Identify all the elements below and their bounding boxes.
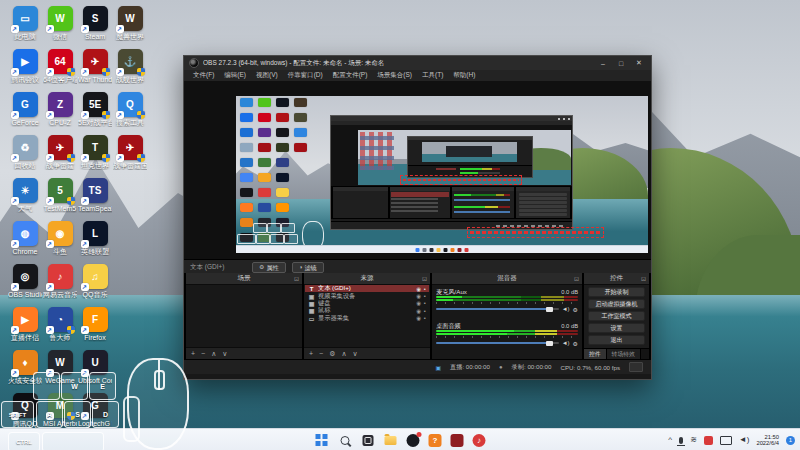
sources-toolbar-button[interactable]: ∨	[353, 350, 358, 358]
lock-icon[interactable]: ▪	[424, 293, 426, 299]
sources-dock-header[interactable]: 来源 ⊡	[304, 273, 430, 285]
control-button-1[interactable]: 开始录制	[588, 287, 645, 298]
lock-icon[interactable]: ▪	[424, 300, 426, 306]
desktop-icon-qq-music[interactable]: ♫↗QQ音乐	[78, 264, 112, 299]
scenes-toolbar-button[interactable]: +	[191, 350, 195, 357]
lock-icon[interactable]: ▪	[424, 315, 426, 321]
desktop-icon-netease-music[interactable]: ♪↗网易云音乐	[43, 264, 77, 299]
tray-app-icon[interactable]: ≋	[690, 435, 697, 445]
desktop-icon-five-e[interactable]: 5E↗5E对战平台	[78, 92, 112, 127]
menu-item-1[interactable]: 编辑(E)	[219, 71, 251, 80]
control-button-3[interactable]: 工作室模式	[588, 311, 645, 322]
control-button-2[interactable]: 启动虚拟摄像机	[588, 299, 645, 310]
start-button[interactable]	[315, 433, 329, 447]
visibility-eye-icon[interactable]: ◉	[416, 315, 421, 321]
desktop-icon-qq[interactable]: Q↗腾讯QQ	[8, 393, 42, 428]
desktop-icon-douyu[interactable]: ◉↗斗鱼	[43, 221, 77, 256]
visibility-eye-icon[interactable]: ◉	[416, 293, 421, 299]
desktop-icon-msi-afterburner[interactable]: M↗MSI Afterburner	[43, 393, 77, 428]
desktop-icon-warcraft[interactable]: W↗魔兽世界	[113, 6, 147, 41]
close-button[interactable]: ✕	[632, 59, 646, 67]
desktop-icon-ubisoft-connect[interactable]: U↗Ubisoft Connect	[78, 350, 112, 385]
channel-gear-icon[interactable]: ⚙	[573, 340, 578, 347]
controls-dock-header[interactable]: 控件 ⊡	[584, 273, 649, 285]
desktop-icon-chrome[interactable]: ◍↗Chrome	[8, 221, 42, 256]
desktop-icon-weather[interactable]: ☀↗天气	[8, 178, 42, 213]
desktop-icon-wegame[interactable]: W↗WeGame	[43, 350, 77, 385]
desktop-icon-war-thunder-launcher[interactable]: ✈↗War Thunder	[78, 49, 112, 84]
clock[interactable]: 21:50 2022/6/4	[756, 434, 779, 447]
microphone-icon[interactable]	[679, 437, 683, 444]
search-icon[interactable]	[338, 433, 352, 447]
desktop-icon-geforce[interactable]: G↗GeForce	[8, 92, 42, 127]
visibility-eye-icon[interactable]: ◉	[416, 308, 421, 314]
obs-titlebar[interactable]: OBS 27.2.3 (64-bit, windows) - 配置文件: 未命名…	[184, 56, 651, 70]
menu-item-7[interactable]: 帮助(H)	[448, 71, 480, 80]
volume-slider[interactable]	[436, 308, 559, 310]
volume-icon[interactable]: ◄)	[739, 435, 750, 445]
dock-tab-0[interactable]: 控件	[584, 349, 607, 359]
menu-item-6[interactable]: 工具(T)	[417, 71, 448, 80]
text-source-selection[interactable]	[467, 227, 604, 238]
netease-tray-icon[interactable]	[704, 436, 713, 445]
scenes-toolbar-button[interactable]: −	[201, 350, 205, 357]
maximize-button[interactable]: □	[614, 60, 628, 67]
dock-tab-1[interactable]: 转场特效	[607, 349, 641, 359]
desktop-icon-player-64[interactable]: 64↗64位客户端	[43, 49, 77, 84]
volume-slider[interactable]	[436, 342, 559, 344]
sources-toolbar-button[interactable]: ∧	[341, 350, 346, 358]
lock-icon[interactable]: ▪	[424, 286, 426, 292]
app-war-thunder[interactable]	[451, 434, 464, 447]
desktop-icon-steam[interactable]: S↗Steam	[78, 6, 112, 41]
scenes-dock-header[interactable]: 场景 ⊡	[186, 273, 302, 285]
menu-item-5[interactable]: 场景集合(S)	[372, 71, 417, 80]
sources-toolbar-button[interactable]: ⚙	[329, 350, 335, 358]
sources-toolbar-button[interactable]: −	[319, 350, 323, 357]
source-row-4[interactable]: ▭显示器采集◉▪	[305, 315, 429, 322]
desktop-icon-live-helper[interactable]: ▶↗直播伴侣	[8, 307, 42, 342]
desktop-icon-search-tool[interactable]: Q↗搜索工具	[113, 92, 147, 127]
desktop-icon-recycle-bin[interactable]: ♻↗回收站	[8, 135, 42, 170]
filters-button[interactable]: ◑ 滤镜	[292, 262, 324, 273]
control-button-5[interactable]: 退出	[588, 335, 645, 346]
scenes-toolbar-button[interactable]: ∨	[222, 350, 227, 358]
desktop-icon-ludashi[interactable]: ◔↗鲁大师	[43, 307, 77, 342]
desktop-icon-teamspeak[interactable]: TS↗TeamSpeak	[78, 178, 112, 213]
visibility-eye-icon[interactable]: ◉	[416, 300, 421, 306]
display-tray-icon[interactable]	[720, 436, 732, 445]
lock-icon[interactable]: ▪	[424, 308, 426, 314]
desktop-icon-huorong[interactable]: ♦↗火绒安全软件	[8, 350, 42, 385]
mixer-dock-header[interactable]: 混音器 ⊡	[432, 273, 582, 285]
properties-button[interactable]: ⚙ 属性	[252, 262, 286, 273]
menu-item-0[interactable]: 文件(F)	[188, 71, 219, 80]
desktop-icon-war-thunder[interactable]: ✈↗战争雷霆	[43, 135, 77, 170]
speaker-icon[interactable]: ◄)	[562, 340, 570, 346]
desktop-icon-lol[interactable]: L↗英雄联盟	[78, 221, 112, 256]
menu-item-3[interactable]: 停靠窗口(D)	[283, 71, 328, 80]
desktop-icon-war-thunder-cn[interactable]: ✈↗战争雷霆国服	[113, 135, 147, 170]
task-view-icon[interactable]	[361, 433, 375, 447]
notification-badge[interactable]: 1	[786, 436, 795, 445]
control-button-4[interactable]: 设置	[588, 323, 645, 334]
file-explorer-icon[interactable]	[384, 433, 398, 447]
app-qq[interactable]	[407, 434, 420, 447]
desktop-icon-tanks[interactable]: T↗坦克世界	[78, 135, 112, 170]
minimize-button[interactable]: –	[596, 60, 610, 67]
obs-window[interactable]: OBS 27.2.3 (64-bit, windows) - 配置文件: 未命名…	[183, 55, 652, 380]
desktop-icon-cpu-z[interactable]: Z↗CPU-Z	[43, 92, 77, 127]
desktop-icon-warships[interactable]: ⚓↗战舰世界	[113, 49, 147, 84]
menu-item-2[interactable]: 视图(V)	[251, 71, 283, 80]
speaker-icon[interactable]: ◄)	[562, 306, 570, 312]
app-game-help[interactable]: ?	[429, 434, 442, 447]
menu-item-4[interactable]: 配置文件(P)	[328, 71, 373, 80]
obs-preview-canvas[interactable]	[184, 81, 651, 259]
visibility-eye-icon[interactable]: ◉	[416, 286, 421, 292]
desktop-icon-voov-meeting[interactable]: ▶↗腾讯会议	[8, 49, 42, 84]
tray-expand-icon[interactable]: ^	[668, 435, 672, 445]
desktop-icon-wechat[interactable]: W↗微信	[43, 6, 77, 41]
desktop-icon-testmem5[interactable]: 5↗TestMem5	[43, 178, 77, 213]
scenes-toolbar-button[interactable]: ∧	[211, 350, 216, 358]
app-netease-music[interactable]: ♪	[473, 434, 486, 447]
desktop-icon-firefox[interactable]: F↗Firefox	[78, 307, 112, 342]
desktop-icon-ghub[interactable]: G↗LogitechG HUB	[78, 393, 112, 428]
